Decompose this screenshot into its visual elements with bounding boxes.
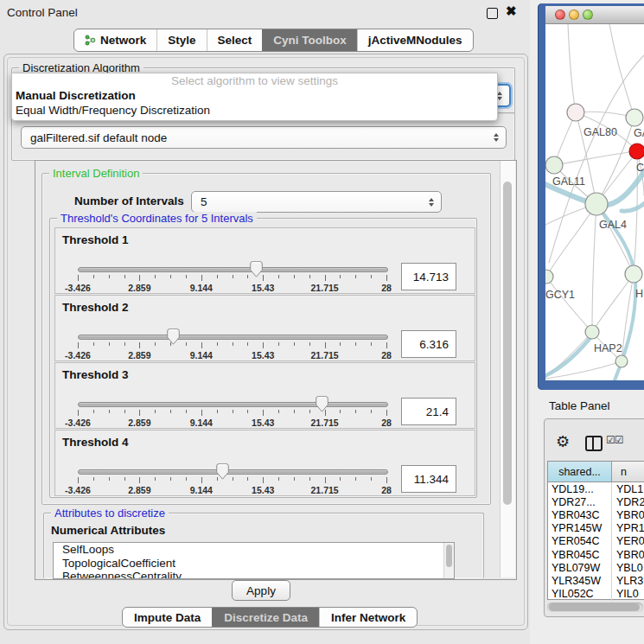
tab-cyni-toolbox[interactable]: Cyni Toolbox bbox=[262, 29, 357, 51]
network-node-gal11[interactable] bbox=[545, 156, 563, 174]
threshold-panel-3: Threshold 3-3.4262.8599.14415.4321.71528… bbox=[54, 362, 475, 429]
network-edge bbox=[549, 55, 644, 263]
table-row[interactable]: YDR27...YDR2 bbox=[548, 495, 644, 508]
tick-label: 9.144 bbox=[190, 350, 213, 360]
algorithm-option-manual-discretization[interactable]: Manual Discretization bbox=[12, 88, 497, 103]
numerical-attribute-item-topologicalcoefficient[interactable]: TopologicalCoefficient bbox=[54, 557, 454, 571]
tab-style[interactable]: Style bbox=[156, 29, 206, 51]
cell-shared-name: YPR145W bbox=[548, 522, 612, 535]
threshold-value-field[interactable]: 14.713 bbox=[401, 263, 456, 290]
network-edge bbox=[592, 204, 596, 332]
bottom-tab-impute-data[interactable]: Impute Data bbox=[123, 608, 212, 627]
network-node-node-h[interactable] bbox=[625, 265, 642, 283]
tab-network[interactable]: Network bbox=[74, 29, 156, 51]
tick-label: 21.715 bbox=[311, 283, 339, 293]
slider-track[interactable] bbox=[78, 402, 388, 407]
horizontal-scrollbar[interactable] bbox=[547, 603, 643, 612]
table-row[interactable]: YDL19...YDL1 bbox=[548, 482, 644, 495]
numerical-attribute-item-betweennesscentrality[interactable]: BetweennessCentrality bbox=[54, 570, 454, 579]
threshold-value-field[interactable]: 21.4 bbox=[401, 398, 456, 425]
cell-shared-name: YBR043C bbox=[548, 508, 612, 521]
threshold-value-field[interactable]: 11.344 bbox=[401, 465, 456, 493]
network-node-label: C bbox=[636, 162, 644, 174]
threshold-label: Threshold 4 bbox=[62, 436, 129, 449]
bottom-tab-infer-network[interactable]: Infer Network bbox=[319, 608, 417, 627]
threshold-panel-1: Threshold 1-3.4262.8599.14415.4321.71528… bbox=[54, 227, 475, 294]
table-row[interactable]: YBR043CYBR0 bbox=[548, 508, 644, 521]
threshold-label: Threshold 3 bbox=[62, 368, 129, 381]
column-header-2[interactable]: n bbox=[612, 462, 644, 481]
tick-label: 28 bbox=[381, 485, 392, 495]
tick-label: 15.43 bbox=[252, 283, 274, 293]
gear-icon[interactable]: ⚙ bbox=[556, 433, 570, 450]
table-row[interactable]: YER054CYER0 bbox=[548, 535, 644, 548]
slider-track[interactable] bbox=[78, 469, 388, 475]
number-of-intervals-value: 5 bbox=[201, 195, 207, 208]
popup-placeholder: Select algorithm to view settings bbox=[12, 73, 497, 88]
slider-ticks bbox=[78, 477, 386, 485]
tick-label: -3.426 bbox=[65, 418, 91, 428]
network-node-gal80[interactable] bbox=[567, 104, 584, 121]
scrollbar-thumb[interactable] bbox=[549, 603, 640, 611]
slider-track[interactable] bbox=[78, 335, 388, 340]
network-node-node-top-right[interactable] bbox=[626, 109, 643, 126]
close-traffic-light-icon[interactable] bbox=[555, 10, 565, 20]
float-window-icon[interactable] bbox=[487, 8, 498, 19]
zoom-traffic-light-icon[interactable] bbox=[583, 10, 593, 20]
attributes-group-title: Attributes to discretize bbox=[51, 507, 169, 520]
table-data-dropdown[interactable]: galFiltered.sif default node bbox=[21, 126, 507, 149]
checkbox-icons[interactable]: ☑☑ bbox=[606, 434, 623, 446]
cell-name: YDR2 bbox=[612, 495, 644, 508]
number-of-intervals-dropdown[interactable]: 5 bbox=[191, 191, 442, 213]
slider-thumb[interactable] bbox=[316, 396, 328, 412]
network-canvas[interactable]: GAL80GAL11GAL4GCY1HAP2GACH bbox=[545, 24, 644, 380]
slider-track[interactable] bbox=[78, 267, 388, 272]
network-node-node-bottom-right[interactable] bbox=[615, 355, 628, 367]
network-node-hap2[interactable] bbox=[585, 325, 599, 339]
tab-label: Network bbox=[100, 34, 146, 47]
vertical-scrollbar[interactable] bbox=[500, 161, 515, 577]
network-node-node-selected-red[interactable] bbox=[629, 143, 644, 159]
panel-title: Control Panel bbox=[7, 6, 78, 19]
network-edge bbox=[554, 151, 637, 165]
network-node-gcy1[interactable] bbox=[545, 270, 553, 284]
numerical-attribute-item-selfloops[interactable]: SelfLoops bbox=[54, 543, 454, 557]
column-header-1[interactable]: shared... bbox=[548, 462, 612, 481]
slider-thumb[interactable] bbox=[216, 463, 229, 480]
apply-button[interactable]: Apply bbox=[232, 580, 290, 601]
numerical-attributes-list[interactable]: SelfLoopsTopologicalCoefficientBetweenne… bbox=[53, 542, 455, 579]
network-node-gal4[interactable] bbox=[585, 193, 608, 215]
table-row[interactable]: YBL079WYBL0 bbox=[548, 561, 644, 574]
tab-jactivemnodules[interactable]: jActiveMNodules bbox=[357, 29, 473, 51]
tab-select[interactable]: Select bbox=[207, 29, 263, 51]
bottom-tab-discretize-data[interactable]: Discretize Data bbox=[212, 608, 319, 627]
tick-label: 2.859 bbox=[128, 350, 150, 360]
bottom-tab-bar: Impute DataDiscretize DataInfer Network bbox=[122, 607, 418, 628]
table-row[interactable]: YPR145WYPR1 bbox=[548, 522, 644, 535]
tab-label: Style bbox=[168, 34, 195, 47]
scrollbar-thumb[interactable] bbox=[503, 182, 512, 505]
slider-thumb[interactable] bbox=[167, 328, 180, 345]
attributes-group: Attributes to discretize Numerical Attri… bbox=[43, 513, 484, 578]
network-edge bbox=[546, 277, 592, 332]
threshold-value-field[interactable]: 6.316 bbox=[401, 330, 456, 358]
network-edge bbox=[592, 274, 634, 332]
slider-tick-labels: -3.4262.8599.14415.4321.71528 bbox=[78, 283, 386, 293]
scrollbar-thumb[interactable] bbox=[446, 545, 452, 567]
slider-thumb[interactable] bbox=[250, 261, 263, 277]
list-scrollbar[interactable] bbox=[443, 543, 454, 578]
tick-label: 28 bbox=[381, 283, 392, 293]
network-node-label: H bbox=[635, 288, 643, 300]
table-row[interactable]: YBR045CYBR0 bbox=[548, 548, 644, 561]
close-icon[interactable]: ✖ bbox=[506, 3, 517, 19]
algorithm-option-equal-width-frequency-discretization[interactable]: Equal Width/Frequency Discretization bbox=[12, 103, 497, 118]
columns-icon[interactable] bbox=[585, 436, 603, 451]
table-row[interactable]: YLR345WYLR3 bbox=[548, 574, 644, 587]
network-window-titlebar[interactable] bbox=[545, 6, 644, 24]
minimize-traffic-light-icon[interactable] bbox=[569, 10, 579, 20]
stepper-arrows-icon bbox=[429, 198, 434, 207]
tick-label: 15.43 bbox=[252, 350, 274, 360]
network-icon bbox=[85, 35, 96, 46]
table-row[interactable]: YIL052CYIL0 bbox=[548, 588, 644, 601]
cell-name: YER0 bbox=[612, 535, 644, 548]
